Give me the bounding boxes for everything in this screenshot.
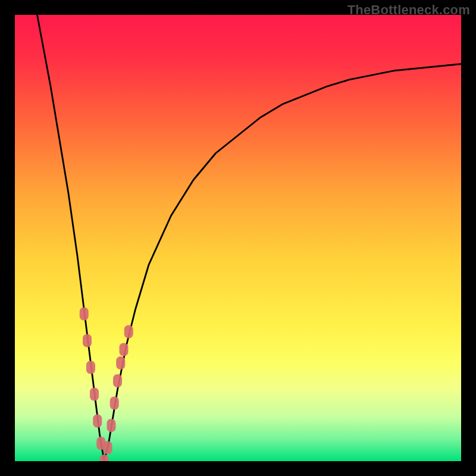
- chart-svg: [15, 15, 461, 461]
- highlight-marker: [83, 334, 92, 347]
- chart-frame: TheBottleneck.com: [0, 0, 476, 476]
- highlight-marker: [120, 343, 129, 356]
- highlight-marker: [104, 441, 112, 455]
- highlight-marker: [124, 325, 133, 339]
- highlight-marker: [90, 388, 99, 401]
- highlight-marker: [93, 415, 102, 428]
- highlight-marker: [116, 356, 125, 369]
- highlight-marker: [80, 308, 89, 321]
- gradient-background: [15, 15, 461, 461]
- chart-plot-area: [15, 15, 461, 461]
- highlight-marker: [110, 397, 119, 410]
- highlight-marker: [113, 374, 122, 387]
- highlight-marker: [86, 361, 95, 374]
- highlight-marker: [107, 419, 116, 432]
- watermark-text: TheBottleneck.com: [347, 2, 470, 18]
